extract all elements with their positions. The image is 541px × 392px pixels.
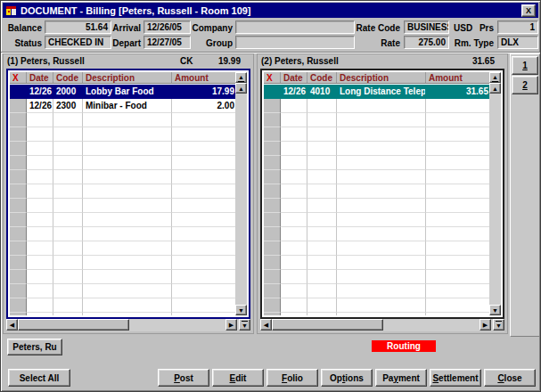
- window-total: 31.65: [472, 56, 495, 66]
- scroll-right-icon[interactable]: ▶: [480, 319, 491, 331]
- vertical-scrollbar[interactable]: ▲ ▲ ▼: [235, 72, 247, 315]
- table-header: XDateCodeDescriptionAmount: [10, 72, 235, 84]
- table-row-empty: [10, 113, 235, 127]
- scroll-last-icon[interactable]: ▼: [493, 319, 504, 331]
- table-row-empty: [264, 256, 489, 270]
- scroll-down-icon[interactable]: ▼: [235, 305, 247, 315]
- table-header: XDateCodeDescriptionAmount: [264, 72, 489, 84]
- scroll-up-icon[interactable]: ▲: [489, 83, 501, 94]
- table-row-empty: [264, 313, 489, 315]
- column-header-description: Description: [83, 72, 172, 83]
- rm-type-field: DLX: [497, 36, 538, 49]
- scroll-down-icon[interactable]: ▼: [489, 305, 501, 315]
- table-rows: 12/262000Lobby Bar Food17.9912/262300Min…: [10, 85, 235, 315]
- payment-button[interactable]: Payment: [375, 369, 427, 387]
- table-row-empty: [10, 156, 235, 170]
- status-field: CHECKED IN: [45, 36, 111, 49]
- folio-window-1-title: (1) Peters, Russell CK 19.99: [7, 55, 250, 68]
- table-row-empty: [264, 184, 489, 199]
- table-row-empty: [264, 113, 489, 127]
- column-header-code: Code: [307, 72, 337, 83]
- balance-field: 51.64: [45, 20, 111, 34]
- scroll-first-icon[interactable]: ▲: [489, 72, 501, 83]
- arrival-label: Arrival: [105, 23, 141, 33]
- group-field: [235, 36, 355, 49]
- select-all-button[interactable]: Select All: [8, 369, 70, 387]
- window-2-button[interactable]: 2: [512, 76, 538, 94]
- arrival-field: 12/26/05: [143, 20, 191, 34]
- status-label: Status: [6, 38, 42, 48]
- table-row-empty: [264, 156, 489, 170]
- table-row-empty: [264, 127, 489, 142]
- table-row-empty: [10, 170, 235, 184]
- close-icon[interactable]: X: [521, 4, 536, 17]
- rate-code-label: Rate Code: [350, 23, 400, 33]
- table-row-empty: [10, 284, 235, 298]
- scrollbar-track[interactable]: [383, 319, 480, 331]
- table-row-empty: [10, 241, 235, 256]
- scroll-last-icon[interactable]: ▼: [239, 319, 250, 331]
- table-row-empty: [10, 142, 235, 156]
- post-button[interactable]: Post: [158, 369, 209, 387]
- charges-table-1: XDateCodeDescriptionAmount 12/262000Lobb…: [6, 69, 250, 319]
- titlebar: DOCUMENT - Billing [Peters, Russell - Ro…: [3, 3, 538, 18]
- settlement-button[interactable]: Settlement: [430, 369, 481, 387]
- depart-label: Depart: [105, 38, 141, 48]
- table-row-empty: [264, 213, 489, 227]
- guest-name: (1) Peters, Russell: [7, 56, 85, 66]
- vertical-scrollbar[interactable]: ▲ ▲ ▼: [489, 72, 501, 315]
- folio-window-2-title: (2) Peters, Russell 31.65: [261, 55, 504, 68]
- table-row-empty: [10, 184, 235, 199]
- guest-tab[interactable]: Peters, Ru: [7, 339, 62, 355]
- payment-type: CK: [180, 56, 193, 66]
- folio-window-1: (1) Peters, Russell CK 19.99 XDateCodeDe…: [3, 53, 254, 334]
- company-field: [235, 20, 355, 34]
- billing-window: DOCUMENT - Billing [Peters, Russell - Ro…: [0, 0, 541, 392]
- table-row-empty: [264, 170, 489, 184]
- table-row[interactable]: 12/262300Minibar - Food2.00: [10, 99, 235, 113]
- column-header-date: Date: [27, 72, 53, 83]
- scrollbar-track[interactable]: [129, 319, 225, 331]
- options-button[interactable]: Options: [321, 369, 373, 387]
- column-header-x: X: [10, 72, 27, 83]
- scroll-left-icon[interactable]: ◀: [260, 319, 272, 331]
- depart-field: 12/27/05: [143, 36, 191, 49]
- scrollbar-thumb[interactable]: [272, 319, 383, 331]
- horizontal-scrollbar[interactable]: ◀ ▶ ▼: [6, 319, 250, 331]
- table-rows: 12/264010Long Distance Telephor31.65: [264, 85, 489, 315]
- window-1-button[interactable]: 1: [512, 56, 538, 75]
- prs-field: 1: [497, 20, 538, 34]
- column-header-description: Description: [337, 72, 426, 83]
- folio-button[interactable]: Folio: [266, 369, 318, 387]
- scroll-up-icon[interactable]: ▲: [235, 83, 247, 94]
- charges-table-2: XDateCodeDescriptionAmount 12/264010Long…: [260, 69, 504, 319]
- scrollbar-thumb[interactable]: [18, 319, 129, 331]
- scroll-right-icon[interactable]: ▶: [225, 319, 237, 331]
- table-row-empty: [264, 270, 489, 284]
- table-row-empty: [10, 227, 235, 241]
- column-header-code: Code: [53, 72, 83, 83]
- scroll-left-icon[interactable]: ◀: [6, 319, 18, 331]
- close-button[interactable]: Close: [484, 369, 536, 387]
- prs-label: Prs: [464, 23, 494, 33]
- rm-type-label: Rm. Type: [451, 38, 494, 48]
- table-row-empty: [10, 213, 235, 227]
- window-selector-strip: 1 2: [510, 53, 540, 337]
- table-row-empty: [10, 256, 235, 270]
- column-header-amount: Amount: [172, 72, 238, 83]
- table-row-empty: [10, 270, 235, 284]
- scroll-first-icon[interactable]: ▲: [235, 72, 247, 83]
- table-row-empty: [264, 142, 489, 156]
- edit-button[interactable]: Edit: [212, 369, 264, 387]
- window-total: 19.99: [218, 56, 241, 66]
- action-button-row: PostEditFolioOptionsPaymentSettlementClo…: [158, 369, 536, 387]
- group-label: Group: [190, 38, 233, 48]
- table-row-empty: [264, 241, 489, 256]
- column-header-amount: Amount: [426, 72, 492, 83]
- folio-window-2: (2) Peters, Russell 31.65 XDateCodeDescr…: [257, 53, 508, 334]
- table-row[interactable]: 12/262000Lobby Bar Food17.99: [10, 85, 235, 99]
- horizontal-scrollbar[interactable]: ◀ ▶ ▼: [260, 319, 504, 331]
- rate-field: 275.00: [404, 36, 449, 49]
- routing-badge[interactable]: Routing: [372, 340, 436, 352]
- table-row[interactable]: 12/264010Long Distance Telephor31.65: [264, 85, 489, 99]
